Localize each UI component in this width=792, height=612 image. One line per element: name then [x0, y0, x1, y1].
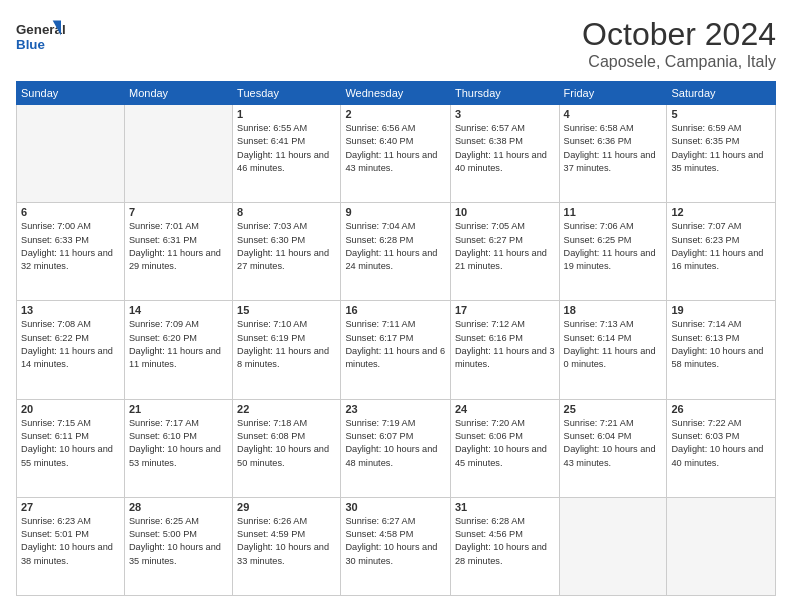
day-number: 20 — [21, 403, 120, 415]
calendar-header-row: Sunday Monday Tuesday Wednesday Thursday… — [17, 82, 776, 105]
day-info: Sunrise: 7:07 AMSunset: 6:23 PMDaylight:… — [671, 220, 771, 273]
calendar-cell — [17, 105, 125, 203]
title-section: October 2024 Caposele, Campania, Italy — [582, 16, 776, 71]
calendar-cell: 23 Sunrise: 7:19 AMSunset: 6:07 PMDaylig… — [341, 399, 451, 497]
svg-text:Blue: Blue — [16, 37, 45, 52]
day-number: 28 — [129, 501, 228, 513]
calendar-cell: 31 Sunrise: 6:28 AMSunset: 4:56 PMDaylig… — [450, 497, 559, 595]
col-wednesday: Wednesday — [341, 82, 451, 105]
calendar-cell: 27 Sunrise: 6:23 AMSunset: 5:01 PMDaylig… — [17, 497, 125, 595]
day-info: Sunrise: 7:22 AMSunset: 6:03 PMDaylight:… — [671, 417, 771, 470]
day-number: 13 — [21, 304, 120, 316]
calendar-cell: 14 Sunrise: 7:09 AMSunset: 6:20 PMDaylig… — [124, 301, 232, 399]
calendar-week-row: 20 Sunrise: 7:15 AMSunset: 6:11 PMDaylig… — [17, 399, 776, 497]
calendar-cell: 20 Sunrise: 7:15 AMSunset: 6:11 PMDaylig… — [17, 399, 125, 497]
calendar-cell: 18 Sunrise: 7:13 AMSunset: 6:14 PMDaylig… — [559, 301, 667, 399]
day-info: Sunrise: 6:57 AMSunset: 6:38 PMDaylight:… — [455, 122, 555, 175]
page: General Blue October 2024 Caposele, Camp… — [0, 0, 792, 612]
day-number: 19 — [671, 304, 771, 316]
day-number: 17 — [455, 304, 555, 316]
location-title: Caposele, Campania, Italy — [582, 53, 776, 71]
calendar-cell — [124, 105, 232, 203]
calendar-cell — [559, 497, 667, 595]
day-number: 4 — [564, 108, 663, 120]
day-info: Sunrise: 7:11 AMSunset: 6:17 PMDaylight:… — [345, 318, 446, 371]
calendar-cell: 28 Sunrise: 6:25 AMSunset: 5:00 PMDaylig… — [124, 497, 232, 595]
logo-icon: General Blue — [16, 16, 66, 56]
calendar-cell: 1 Sunrise: 6:55 AMSunset: 6:41 PMDayligh… — [233, 105, 341, 203]
calendar-cell: 30 Sunrise: 6:27 AMSunset: 4:58 PMDaylig… — [341, 497, 451, 595]
day-number: 26 — [671, 403, 771, 415]
day-info: Sunrise: 7:21 AMSunset: 6:04 PMDaylight:… — [564, 417, 663, 470]
calendar-cell: 9 Sunrise: 7:04 AMSunset: 6:28 PMDayligh… — [341, 203, 451, 301]
calendar-cell: 29 Sunrise: 6:26 AMSunset: 4:59 PMDaylig… — [233, 497, 341, 595]
day-number: 11 — [564, 206, 663, 218]
day-number: 30 — [345, 501, 446, 513]
day-number: 22 — [237, 403, 336, 415]
day-number: 9 — [345, 206, 446, 218]
day-info: Sunrise: 7:09 AMSunset: 6:20 PMDaylight:… — [129, 318, 228, 371]
calendar-cell: 2 Sunrise: 6:56 AMSunset: 6:40 PMDayligh… — [341, 105, 451, 203]
day-info: Sunrise: 7:08 AMSunset: 6:22 PMDaylight:… — [21, 318, 120, 371]
day-info: Sunrise: 6:59 AMSunset: 6:35 PMDaylight:… — [671, 122, 771, 175]
day-number: 27 — [21, 501, 120, 513]
day-number: 10 — [455, 206, 555, 218]
day-number: 7 — [129, 206, 228, 218]
calendar-cell: 21 Sunrise: 7:17 AMSunset: 6:10 PMDaylig… — [124, 399, 232, 497]
day-number: 2 — [345, 108, 446, 120]
col-monday: Monday — [124, 82, 232, 105]
calendar-cell: 26 Sunrise: 7:22 AMSunset: 6:03 PMDaylig… — [667, 399, 776, 497]
day-info: Sunrise: 6:26 AMSunset: 4:59 PMDaylight:… — [237, 515, 336, 568]
day-number: 12 — [671, 206, 771, 218]
month-title: October 2024 — [582, 16, 776, 53]
calendar-week-row: 27 Sunrise: 6:23 AMSunset: 5:01 PMDaylig… — [17, 497, 776, 595]
day-info: Sunrise: 7:15 AMSunset: 6:11 PMDaylight:… — [21, 417, 120, 470]
day-info: Sunrise: 6:25 AMSunset: 5:00 PMDaylight:… — [129, 515, 228, 568]
day-number: 8 — [237, 206, 336, 218]
day-number: 31 — [455, 501, 555, 513]
day-number: 3 — [455, 108, 555, 120]
day-info: Sunrise: 7:00 AMSunset: 6:33 PMDaylight:… — [21, 220, 120, 273]
logo: General Blue — [16, 16, 66, 56]
calendar-cell: 24 Sunrise: 7:20 AMSunset: 6:06 PMDaylig… — [450, 399, 559, 497]
day-number: 5 — [671, 108, 771, 120]
day-number: 29 — [237, 501, 336, 513]
calendar-cell — [667, 497, 776, 595]
day-info: Sunrise: 6:55 AMSunset: 6:41 PMDaylight:… — [237, 122, 336, 175]
day-info: Sunrise: 7:19 AMSunset: 6:07 PMDaylight:… — [345, 417, 446, 470]
day-info: Sunrise: 7:01 AMSunset: 6:31 PMDaylight:… — [129, 220, 228, 273]
day-number: 15 — [237, 304, 336, 316]
day-number: 6 — [21, 206, 120, 218]
calendar-cell: 13 Sunrise: 7:08 AMSunset: 6:22 PMDaylig… — [17, 301, 125, 399]
day-info: Sunrise: 7:14 AMSunset: 6:13 PMDaylight:… — [671, 318, 771, 371]
header: General Blue October 2024 Caposele, Camp… — [16, 16, 776, 71]
day-number: 16 — [345, 304, 446, 316]
day-number: 24 — [455, 403, 555, 415]
day-number: 25 — [564, 403, 663, 415]
col-friday: Friday — [559, 82, 667, 105]
calendar-cell: 3 Sunrise: 6:57 AMSunset: 6:38 PMDayligh… — [450, 105, 559, 203]
calendar-cell: 16 Sunrise: 7:11 AMSunset: 6:17 PMDaylig… — [341, 301, 451, 399]
calendar-cell: 15 Sunrise: 7:10 AMSunset: 6:19 PMDaylig… — [233, 301, 341, 399]
calendar-cell: 19 Sunrise: 7:14 AMSunset: 6:13 PMDaylig… — [667, 301, 776, 399]
day-number: 1 — [237, 108, 336, 120]
day-info: Sunrise: 7:05 AMSunset: 6:27 PMDaylight:… — [455, 220, 555, 273]
calendar-cell: 10 Sunrise: 7:05 AMSunset: 6:27 PMDaylig… — [450, 203, 559, 301]
day-info: Sunrise: 7:03 AMSunset: 6:30 PMDaylight:… — [237, 220, 336, 273]
col-thursday: Thursday — [450, 82, 559, 105]
calendar-cell: 11 Sunrise: 7:06 AMSunset: 6:25 PMDaylig… — [559, 203, 667, 301]
day-info: Sunrise: 7:20 AMSunset: 6:06 PMDaylight:… — [455, 417, 555, 470]
day-info: Sunrise: 7:06 AMSunset: 6:25 PMDaylight:… — [564, 220, 663, 273]
day-number: 14 — [129, 304, 228, 316]
calendar-table: Sunday Monday Tuesday Wednesday Thursday… — [16, 81, 776, 596]
calendar-cell: 12 Sunrise: 7:07 AMSunset: 6:23 PMDaylig… — [667, 203, 776, 301]
day-info: Sunrise: 6:28 AMSunset: 4:56 PMDaylight:… — [455, 515, 555, 568]
day-info: Sunrise: 7:13 AMSunset: 6:14 PMDaylight:… — [564, 318, 663, 371]
calendar-cell: 8 Sunrise: 7:03 AMSunset: 6:30 PMDayligh… — [233, 203, 341, 301]
calendar-cell: 7 Sunrise: 7:01 AMSunset: 6:31 PMDayligh… — [124, 203, 232, 301]
day-info: Sunrise: 6:56 AMSunset: 6:40 PMDaylight:… — [345, 122, 446, 175]
col-saturday: Saturday — [667, 82, 776, 105]
calendar-week-row: 1 Sunrise: 6:55 AMSunset: 6:41 PMDayligh… — [17, 105, 776, 203]
day-info: Sunrise: 6:27 AMSunset: 4:58 PMDaylight:… — [345, 515, 446, 568]
calendar-cell: 17 Sunrise: 7:12 AMSunset: 6:16 PMDaylig… — [450, 301, 559, 399]
